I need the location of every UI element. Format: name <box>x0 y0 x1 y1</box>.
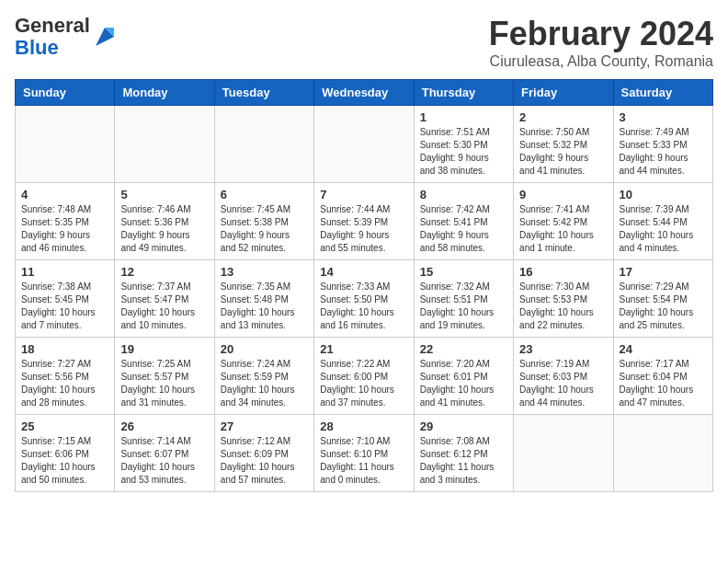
week-row-1: 1Sunrise: 7:51 AM Sunset: 5:30 PM Daylig… <box>16 106 713 183</box>
calendar-cell <box>613 415 712 492</box>
calendar-table: SundayMondayTuesdayWednesdayThursdayFrid… <box>15 79 713 492</box>
day-number: 24 <box>620 342 707 356</box>
calendar-cell: 21Sunrise: 7:22 AM Sunset: 6:00 PM Dayli… <box>314 338 414 415</box>
day-number: 25 <box>21 419 108 433</box>
day-info: Sunrise: 7:45 AM Sunset: 5:38 PM Dayligh… <box>221 203 308 255</box>
day-info: Sunrise: 7:48 AM Sunset: 5:35 PM Dayligh… <box>21 203 108 255</box>
day-info: Sunrise: 7:19 AM Sunset: 6:03 PM Dayligh… <box>519 358 607 409</box>
logo-icon <box>92 24 118 50</box>
calendar-cell: 24Sunrise: 7:17 AM Sunset: 6:04 PM Dayli… <box>613 338 712 415</box>
day-number: 8 <box>420 188 507 201</box>
calendar-cell: 19Sunrise: 7:25 AM Sunset: 5:57 PM Dayli… <box>115 338 214 415</box>
title-month: February 2024 <box>489 15 713 53</box>
day-info: Sunrise: 7:44 AM Sunset: 5:39 PM Dayligh… <box>320 203 407 255</box>
day-number: 3 <box>620 110 707 124</box>
weekday-tuesday: Tuesday <box>214 80 313 106</box>
day-info: Sunrise: 7:08 AM Sunset: 6:12 PM Dayligh… <box>420 435 507 487</box>
title-location: Ciuruleasa, Alba County, Romania <box>489 53 713 70</box>
day-info: Sunrise: 7:32 AM Sunset: 5:51 PM Dayligh… <box>420 281 507 332</box>
calendar-cell: 2Sunrise: 7:50 AM Sunset: 5:32 PM Daylig… <box>514 106 613 183</box>
day-info: Sunrise: 7:12 AM Sunset: 6:09 PM Dayligh… <box>221 435 308 487</box>
day-info: Sunrise: 7:39 AM Sunset: 5:44 PM Dayligh… <box>620 203 707 255</box>
logo-text: General Blue <box>15 15 90 59</box>
day-number: 4 <box>21 188 108 201</box>
day-number: 16 <box>519 265 607 279</box>
day-info: Sunrise: 7:35 AM Sunset: 5:48 PM Dayligh… <box>221 281 308 332</box>
day-info: Sunrise: 7:51 AM Sunset: 5:30 PM Dayligh… <box>420 126 507 178</box>
day-number: 6 <box>221 188 308 201</box>
day-info: Sunrise: 7:27 AM Sunset: 5:56 PM Dayligh… <box>21 358 108 409</box>
calendar-cell: 14Sunrise: 7:33 AM Sunset: 5:50 PM Dayli… <box>314 260 414 338</box>
day-number: 29 <box>420 419 507 433</box>
day-info: Sunrise: 7:14 AM Sunset: 6:07 PM Dayligh… <box>120 435 208 487</box>
day-number: 22 <box>420 342 507 356</box>
logo-blue: Blue <box>15 36 59 59</box>
calendar-cell: 23Sunrise: 7:19 AM Sunset: 6:03 PM Dayli… <box>514 338 613 415</box>
calendar-cell: 28Sunrise: 7:10 AM Sunset: 6:10 PM Dayli… <box>314 415 414 492</box>
day-info: Sunrise: 7:15 AM Sunset: 6:06 PM Dayligh… <box>21 435 108 487</box>
calendar-cell: 11Sunrise: 7:38 AM Sunset: 5:45 PM Dayli… <box>16 260 115 338</box>
calendar-cell: 15Sunrise: 7:32 AM Sunset: 5:51 PM Dayli… <box>414 260 513 338</box>
calendar-cell <box>314 106 414 183</box>
calendar-body: 1Sunrise: 7:51 AM Sunset: 5:30 PM Daylig… <box>16 106 713 492</box>
calendar-cell: 10Sunrise: 7:39 AM Sunset: 5:44 PM Dayli… <box>613 183 712 260</box>
day-info: Sunrise: 7:37 AM Sunset: 5:47 PM Dayligh… <box>120 281 208 332</box>
calendar-cell: 18Sunrise: 7:27 AM Sunset: 5:56 PM Dayli… <box>16 338 115 415</box>
day-number: 20 <box>221 342 308 356</box>
calendar-cell: 9Sunrise: 7:41 AM Sunset: 5:42 PM Daylig… <box>514 183 613 260</box>
calendar-cell: 4Sunrise: 7:48 AM Sunset: 5:35 PM Daylig… <box>16 183 115 260</box>
calendar-cell <box>214 106 313 183</box>
calendar-cell: 7Sunrise: 7:44 AM Sunset: 5:39 PM Daylig… <box>314 183 414 260</box>
day-info: Sunrise: 7:42 AM Sunset: 5:41 PM Dayligh… <box>420 203 507 255</box>
day-info: Sunrise: 7:41 AM Sunset: 5:42 PM Dayligh… <box>519 203 607 255</box>
week-row-5: 25Sunrise: 7:15 AM Sunset: 6:06 PM Dayli… <box>16 415 713 492</box>
calendar-cell <box>514 415 613 492</box>
logo-general: General <box>15 14 90 37</box>
calendar-cell: 3Sunrise: 7:49 AM Sunset: 5:33 PM Daylig… <box>613 106 712 183</box>
day-number: 17 <box>620 265 707 279</box>
day-info: Sunrise: 7:29 AM Sunset: 5:54 PM Dayligh… <box>620 281 707 332</box>
day-number: 11 <box>21 265 108 279</box>
day-info: Sunrise: 7:38 AM Sunset: 5:45 PM Dayligh… <box>21 281 108 332</box>
weekday-header-row: SundayMondayTuesdayWednesdayThursdayFrid… <box>16 80 713 106</box>
day-number: 26 <box>120 419 208 433</box>
day-number: 10 <box>620 188 707 201</box>
calendar-cell: 5Sunrise: 7:46 AM Sunset: 5:36 PM Daylig… <box>115 183 214 260</box>
calendar-cell: 22Sunrise: 7:20 AM Sunset: 6:01 PM Dayli… <box>414 338 513 415</box>
day-number: 18 <box>21 342 108 356</box>
day-info: Sunrise: 7:10 AM Sunset: 6:10 PM Dayligh… <box>320 435 407 487</box>
day-info: Sunrise: 7:30 AM Sunset: 5:53 PM Dayligh… <box>519 281 607 332</box>
day-number: 23 <box>519 342 607 356</box>
day-number: 9 <box>519 188 607 201</box>
week-row-4: 18Sunrise: 7:27 AM Sunset: 5:56 PM Dayli… <box>16 338 713 415</box>
weekday-monday: Monday <box>115 80 214 106</box>
calendar-cell: 17Sunrise: 7:29 AM Sunset: 5:54 PM Dayli… <box>613 260 712 338</box>
calendar-cell <box>115 106 214 183</box>
day-info: Sunrise: 7:49 AM Sunset: 5:33 PM Dayligh… <box>620 126 707 178</box>
calendar-cell: 8Sunrise: 7:42 AM Sunset: 5:41 PM Daylig… <box>414 183 513 260</box>
calendar-cell: 16Sunrise: 7:30 AM Sunset: 5:53 PM Dayli… <box>514 260 613 338</box>
week-row-3: 11Sunrise: 7:38 AM Sunset: 5:45 PM Dayli… <box>16 260 713 338</box>
calendar-cell: 1Sunrise: 7:51 AM Sunset: 5:30 PM Daylig… <box>414 106 513 183</box>
logo: General Blue <box>15 15 118 59</box>
weekday-thursday: Thursday <box>414 80 513 106</box>
calendar-cell: 13Sunrise: 7:35 AM Sunset: 5:48 PM Dayli… <box>214 260 313 338</box>
day-info: Sunrise: 7:20 AM Sunset: 6:01 PM Dayligh… <box>420 358 507 409</box>
day-info: Sunrise: 7:22 AM Sunset: 6:00 PM Dayligh… <box>320 358 407 409</box>
weekday-friday: Friday <box>514 80 613 106</box>
calendar-cell: 29Sunrise: 7:08 AM Sunset: 6:12 PM Dayli… <box>414 415 513 492</box>
day-number: 12 <box>120 265 208 279</box>
calendar-cell <box>16 106 115 183</box>
day-number: 5 <box>120 188 208 201</box>
calendar-cell: 27Sunrise: 7:12 AM Sunset: 6:09 PM Dayli… <box>214 415 313 492</box>
week-row-2: 4Sunrise: 7:48 AM Sunset: 5:35 PM Daylig… <box>16 183 713 260</box>
calendar-cell: 20Sunrise: 7:24 AM Sunset: 5:59 PM Dayli… <box>214 338 313 415</box>
day-number: 27 <box>221 419 308 433</box>
day-number: 7 <box>320 188 407 201</box>
weekday-sunday: Sunday <box>16 80 115 106</box>
day-number: 13 <box>221 265 308 279</box>
day-info: Sunrise: 7:25 AM Sunset: 5:57 PM Dayligh… <box>120 358 208 409</box>
day-number: 15 <box>420 265 507 279</box>
day-info: Sunrise: 7:46 AM Sunset: 5:36 PM Dayligh… <box>120 203 208 255</box>
day-info: Sunrise: 7:17 AM Sunset: 6:04 PM Dayligh… <box>620 358 707 409</box>
